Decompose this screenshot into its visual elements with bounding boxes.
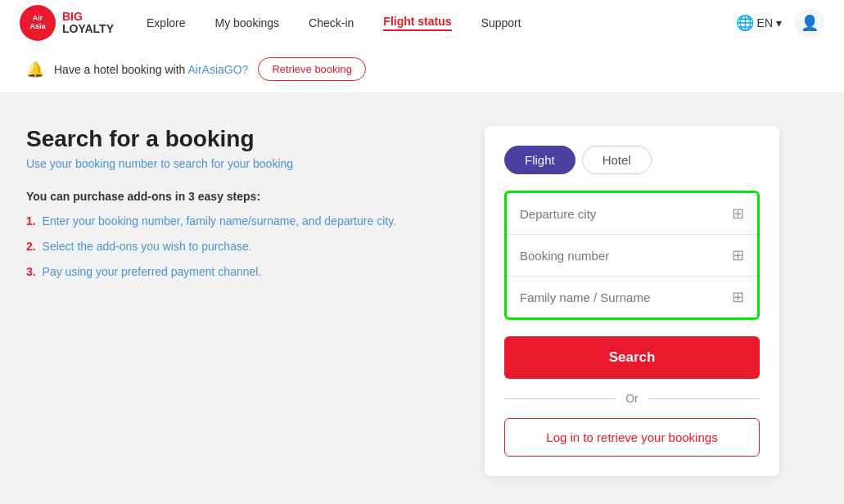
list-item: 3. Pay using your preferred payment chan… <box>26 263 452 281</box>
search-button[interactable]: Search <box>504 336 760 379</box>
globe-icon: 🌐 <box>736 14 754 32</box>
main-content: Search for a booking Use your booking nu… <box>0 93 844 502</box>
nav-explore[interactable]: Explore <box>147 16 185 29</box>
language-selector[interactable]: 🌐 EN ▾ <box>736 14 782 32</box>
departure-city-input[interactable] <box>520 207 725 221</box>
steps-title: You can purchase add-ons in 3 easy steps… <box>26 190 452 203</box>
tab-flight[interactable]: Flight <box>504 146 575 174</box>
lang-label: EN <box>757 16 773 29</box>
field-icon-departure: ⊞ <box>732 205 744 223</box>
left-panel: Search for a booking Use your booking nu… <box>26 126 452 476</box>
airasiago-link[interactable]: AirAsiaGO? <box>187 63 248 76</box>
logo-text: BIG LOYALTY <box>62 11 114 36</box>
chevron-down-icon: ▾ <box>776 16 782 29</box>
step-1-text: Enter your booking number, family name/s… <box>43 214 396 227</box>
tab-hotel[interactable]: Hotel <box>582 146 652 174</box>
navbar: AirAsia BIG LOYALTY Explore My bookings … <box>0 0 844 46</box>
notification-bar: 🔔 Have a hotel booking with AirAsiaGO? R… <box>0 46 844 93</box>
step-2-text: Select the add-ons you wish to purchase. <box>43 240 252 253</box>
login-button[interactable]: Log in to retrieve your bookings <box>504 418 760 457</box>
or-line-left <box>504 398 616 399</box>
family-name-field: ⊞ <box>507 277 757 317</box>
booking-number-field: ⊞ <box>507 235 757 277</box>
or-divider: Or <box>504 392 760 405</box>
step-number-1: 1. <box>26 214 36 227</box>
step-number-3: 3. <box>26 265 36 278</box>
retrieve-booking-button[interactable]: Retrieve booking <box>258 57 366 81</box>
nav-support[interactable]: Support <box>481 16 521 29</box>
field-icon-family: ⊞ <box>732 288 744 306</box>
fields-group: ⊞ ⊞ ⊞ <box>504 191 760 320</box>
tabs: Flight Hotel <box>504 146 760 174</box>
booking-number-input[interactable] <box>520 249 725 263</box>
page-heading: Search for a booking <box>26 126 452 152</box>
family-name-input[interactable] <box>520 290 725 304</box>
list-item: 1. Enter your booking number, family nam… <box>26 213 452 230</box>
user-icon: 👤 <box>801 14 819 32</box>
bell-icon: 🔔 <box>26 61 44 79</box>
right-panel: Flight Hotel ⊞ ⊞ ⊞ Search Or <box>485 126 779 476</box>
nav-my-bookings[interactable]: My bookings <box>214 16 279 29</box>
nav-links: Explore My bookings Check-in Flight stat… <box>147 15 736 31</box>
nav-right: 🌐 EN ▾ 👤 <box>736 8 824 38</box>
logo-area: AirAsia BIG LOYALTY <box>20 5 114 41</box>
or-label: Or <box>625 392 639 405</box>
notification-text: Have a hotel booking with AirAsiaGO? <box>54 63 248 76</box>
logo-icon: AirAsia <box>20 5 56 41</box>
departure-city-field: ⊞ <box>507 193 757 235</box>
list-item: 2. Select the add-ons you wish to purcha… <box>26 238 452 255</box>
user-profile-button[interactable]: 👤 <box>795 8 824 38</box>
step-number-2: 2. <box>26 240 36 253</box>
or-line-right <box>648 398 760 399</box>
page-subtitle: Use your booking number to search for yo… <box>26 157 452 170</box>
field-icon-booking: ⊞ <box>732 246 744 264</box>
nav-check-in[interactable]: Check-in <box>309 16 354 29</box>
steps-list: 1. Enter your booking number, family nam… <box>26 213 452 281</box>
nav-flight-status[interactable]: Flight status <box>383 15 451 31</box>
step-3-text: Pay using your preferred payment channel… <box>43 265 262 278</box>
